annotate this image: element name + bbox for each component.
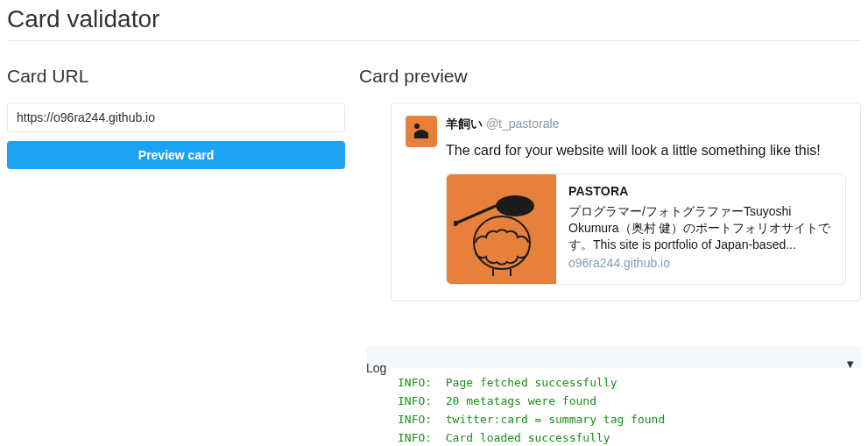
- summary-card-description: プログラマー/フォトグラファーTsuyoshi Okumura（奥村 健）のポー…: [568, 203, 833, 253]
- card-url-input[interactable]: [7, 103, 345, 132]
- svg-line-3: [455, 206, 496, 223]
- avatar: [406, 116, 437, 147]
- chevron-down-icon[interactable]: ▼: [844, 358, 856, 371]
- card-preview-section: Card preview 羊飼い @t_pastorale The card f…: [359, 66, 861, 446]
- preview-blurb: The card for your website will look a li…: [446, 142, 821, 159]
- card-url-label: Card URL: [7, 66, 345, 87]
- log-label: Log: [366, 361, 386, 375]
- log-header[interactable]: Log ▼: [366, 347, 861, 368]
- page-title: Card validator: [0, 0, 868, 40]
- log-line: INFO: twitter:card = summary tag found: [398, 410, 842, 428]
- summary-card[interactable]: PASTORA プログラマー/フォトグラファーTsuyoshi Okumura（…: [446, 173, 846, 285]
- summary-card-title: PASTORA: [568, 183, 833, 200]
- card-preview-panel: 羊飼い @t_pastorale The card for your websi…: [391, 103, 861, 301]
- log-line: INFO: Page fetched successfully: [398, 373, 842, 392]
- preview-card-button[interactable]: Preview card: [7, 141, 345, 169]
- summary-card-domain: o96ra244.github.io: [568, 255, 833, 272]
- svg-point-0: [414, 124, 420, 129]
- svg-point-1: [474, 216, 530, 269]
- svg-point-2: [496, 195, 534, 216]
- avatar-image-icon: [411, 121, 432, 142]
- log-section: Log ▼ INFO: Page fetched successfully IN…: [366, 347, 861, 446]
- sheep-illustration-icon: [454, 181, 550, 278]
- user-handle: @t_pastorale: [486, 117, 559, 131]
- log-body: INFO: Page fetched successfully INFO: 20…: [366, 368, 861, 446]
- log-line: INFO: 20 metatags were found: [398, 392, 842, 410]
- log-line: INFO: Card loaded successfully: [398, 428, 842, 446]
- summary-card-image: [447, 174, 556, 284]
- card-preview-label: Card preview: [359, 66, 861, 87]
- card-url-section: Card URL Preview card: [7, 66, 359, 446]
- user-display-name: 羊飼い: [446, 117, 483, 131]
